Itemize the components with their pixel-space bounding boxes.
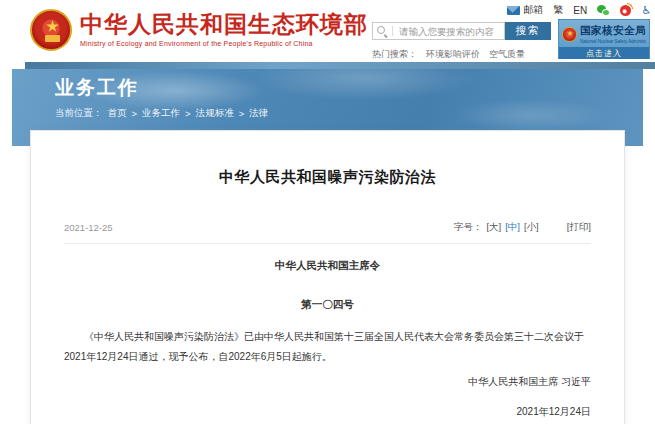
font-size-medium-button[interactable]: [中]	[505, 221, 520, 234]
utility-bar: 邮箱 繁 EN ♿	[507, 3, 651, 17]
search-box[interactable]	[372, 22, 505, 40]
breadcrumb-separator: >	[132, 108, 138, 119]
mail-label: 邮箱	[523, 3, 543, 17]
weibo-icon	[620, 5, 631, 16]
breadcrumb-current: 法律	[249, 107, 268, 120]
breadcrumb-business[interactable]: 业务工作	[142, 107, 180, 120]
font-size-label: 字号：	[454, 221, 483, 234]
breadcrumb-standards[interactable]: 法规标准	[196, 107, 234, 120]
nnsa-emblem-icon	[562, 27, 577, 42]
ministry-title: 中华人民共和国生态环境部	[80, 12, 368, 37]
accessibility-link[interactable]: ♿	[641, 5, 651, 16]
search-bar: 搜索	[372, 22, 551, 40]
emblem-circle	[30, 9, 72, 51]
nnsa-text: 国家核安全局 National Nuclear Safety Administr…	[580, 24, 646, 44]
traditional-chinese-link[interactable]: 繁	[553, 3, 563, 17]
section-title: 业务工作	[55, 75, 139, 101]
search-icon	[377, 26, 388, 37]
nnsa-name: 国家核安全局	[580, 24, 646, 38]
site-brand[interactable]: 中华人民共和国生态环境部 Ministry of Ecology and Env…	[80, 12, 368, 47]
star-icon	[46, 20, 59, 33]
wechat-icon	[597, 5, 610, 16]
ministry-title-en: Ministry of Ecology and Environment of t…	[80, 40, 368, 47]
search-input[interactable]	[397, 25, 500, 38]
doc-signature: 中华人民共和国主席 习近平	[64, 375, 591, 389]
nnsa-badge[interactable]: 国家核安全局 National Nuclear Safety Administr…	[558, 19, 650, 59]
article-meta-row: 2021-12-25 字号： [大] [中] [小] [打印]	[64, 221, 591, 234]
english-link[interactable]: EN	[573, 5, 587, 16]
breadcrumb-separator: >	[185, 108, 191, 119]
hot-search-row: 热门搜索： 环境影响评价 空气质量	[372, 48, 525, 61]
page: 中华人民共和国生态环境部 Ministry of Ecology and Env…	[0, 0, 655, 424]
article-card: 中华人民共和国噪声污染防治法 2021-12-25 字号： [大] [中] [小…	[30, 130, 625, 424]
mail-link[interactable]: 邮箱	[507, 3, 543, 17]
tiananmen-icon	[45, 35, 60, 42]
publish-date: 2021-12-25	[64, 222, 113, 233]
weibo-link[interactable]	[620, 5, 631, 16]
wechat-link[interactable]	[597, 5, 610, 16]
meta-divider	[64, 243, 591, 244]
nnsa-name-en: National Nuclear Safety Administration	[580, 39, 646, 44]
search-button[interactable]: 搜索	[505, 22, 551, 40]
doc-paragraph: 《中华人民共和国噪声污染防治法》已由中华人民共和国第十三届全国人民代表大会常务委…	[64, 327, 591, 367]
doc-signature-date: 2021年12月24日	[64, 405, 591, 419]
font-size-small-button[interactable]: [小]	[524, 221, 539, 234]
hot-search-link-2[interactable]: 空气质量	[489, 48, 525, 61]
mail-icon	[507, 6, 520, 15]
nav-strip	[25, 62, 655, 69]
english-label: EN	[573, 5, 587, 16]
breadcrumb-separator: >	[239, 108, 245, 119]
accessibility-icon: ♿	[641, 5, 651, 16]
nnsa-enter-button[interactable]: 点击进入	[559, 47, 649, 59]
nnsa-badge-top: 国家核安全局 National Nuclear Safety Administr…	[559, 20, 649, 46]
article-title: 中华人民共和国噪声污染防治法	[64, 168, 591, 187]
article-controls: 字号： [大] [中] [小] [打印]	[454, 221, 591, 234]
doc-heading-presidential-order: 中华人民共和国主席令	[64, 259, 591, 273]
hot-search-link-1[interactable]: 环境影响评价	[426, 48, 480, 61]
traditional-label: 繁	[553, 3, 563, 17]
breadcrumb-label: 当前位置：	[55, 107, 103, 120]
national-emblem-logo[interactable]	[28, 8, 74, 56]
breadcrumb-home[interactable]: 首页	[108, 107, 127, 120]
doc-heading-order-number: 第一〇四号	[64, 298, 591, 312]
print-button[interactable]: [打印]	[567, 221, 591, 234]
search-divider	[392, 26, 393, 36]
breadcrumb: 当前位置： 首页 > 业务工作 > 法规标准 > 法律	[55, 107, 268, 120]
font-size-large-button[interactable]: [大]	[486, 221, 501, 234]
hot-search-label: 热门搜索：	[372, 48, 417, 61]
